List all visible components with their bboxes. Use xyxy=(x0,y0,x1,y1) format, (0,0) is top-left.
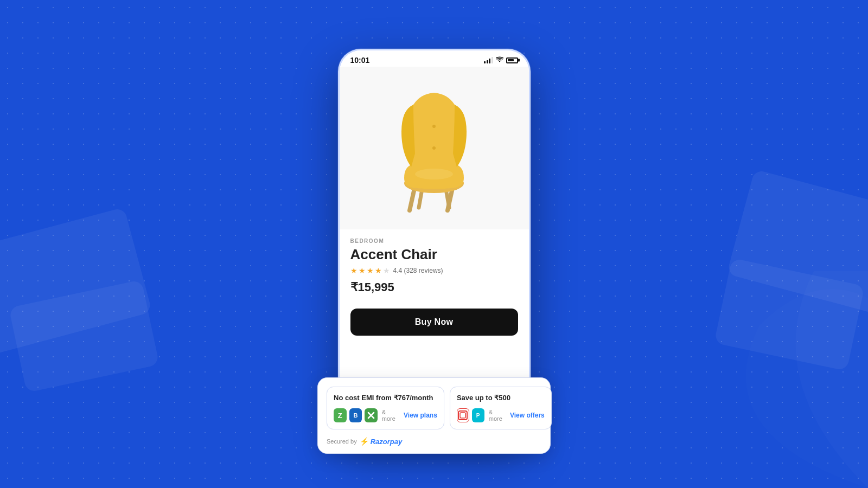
svg-text:P: P xyxy=(476,413,480,419)
status-bar: 10:01 xyxy=(340,50,529,67)
offers-card: Save up to ₹500 P xyxy=(450,387,552,429)
emi-card-title: No cost EMI from ₹767/month xyxy=(334,394,437,403)
product-info: BEDROOM Accent Chair ★ ★ ★ ★ ★ 4.4 (328 … xyxy=(340,229,529,294)
offers-card-title: Save up to ₹500 xyxy=(457,394,545,403)
razorpay-logo: ⚡ Razorpay xyxy=(360,437,403,446)
razorpay-name: Razorpay xyxy=(371,438,403,446)
svg-point-7 xyxy=(415,169,453,179)
hdfc-logo xyxy=(457,408,469,422)
view-offers-link[interactable]: View offers xyxy=(510,412,545,419)
rating-text: 4.4 (328 reviews) xyxy=(393,267,443,274)
view-plans-link[interactable]: View plans xyxy=(404,412,437,419)
secured-text: Secured by xyxy=(327,438,357,445)
extra-logo xyxy=(365,408,378,422)
svg-point-5 xyxy=(432,125,436,128)
svg-rect-9 xyxy=(460,413,465,418)
product-image-area xyxy=(340,67,529,229)
status-time: 10:01 xyxy=(350,56,370,65)
wifi-icon xyxy=(496,56,503,64)
emi-and-more: & more xyxy=(382,409,399,422)
razorpay-popup: No cost EMI from ₹767/month Z B & more V… xyxy=(317,377,551,454)
signal-icon xyxy=(484,57,493,63)
secured-bar: Secured by ⚡ Razorpay xyxy=(327,436,541,446)
product-rating: ★ ★ ★ ★ ★ 4.4 (328 reviews) xyxy=(350,266,518,275)
offer-cards: No cost EMI from ₹767/month Z B & more V… xyxy=(327,387,541,429)
offers-and-more: & more xyxy=(489,409,506,422)
buy-now-button[interactable]: Buy Now xyxy=(350,309,518,336)
phone-frame: 10:01 xyxy=(338,49,531,439)
emi-card: No cost EMI from ₹767/month Z B & more V… xyxy=(327,387,444,429)
product-image xyxy=(380,83,488,213)
product-category: BEDROOM xyxy=(350,238,518,244)
emi-logos: Z B & more View plans xyxy=(334,408,437,422)
razorpay-bolt: ⚡ xyxy=(360,437,369,446)
zepto-logo: Z xyxy=(334,408,347,422)
stars: ★ ★ ★ ★ ★ xyxy=(350,266,390,275)
battery-icon xyxy=(506,57,518,63)
svg-point-6 xyxy=(432,146,436,150)
bajaj-logo: B xyxy=(349,408,362,422)
offers-logos: P & more View offers xyxy=(457,408,545,422)
product-price: ₹15,995 xyxy=(350,280,518,294)
status-icons xyxy=(484,56,518,64)
paytm-logo: P xyxy=(472,408,484,422)
product-name: Accent Chair xyxy=(350,246,518,263)
buy-now-area: Buy Now xyxy=(340,301,529,346)
